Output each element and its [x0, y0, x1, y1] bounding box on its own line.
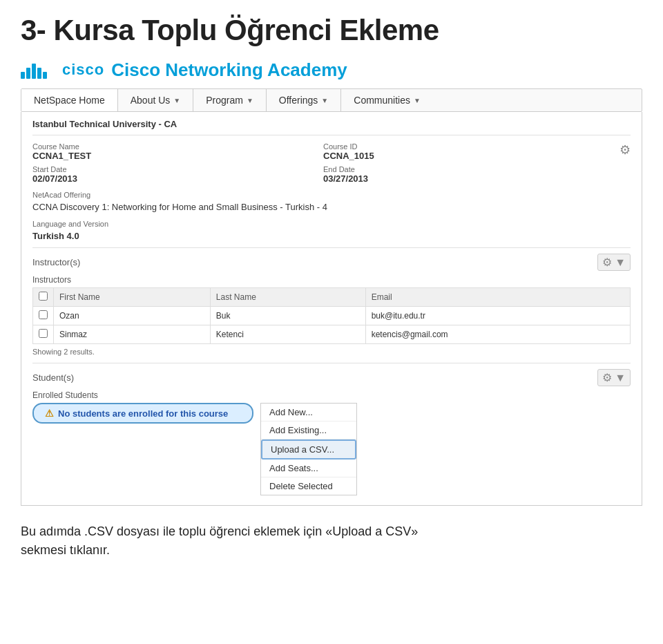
enrolled-area: ⚠ No students are enrolled for this cour…: [32, 403, 631, 495]
row-lastname: Buk: [210, 307, 365, 325]
no-students-message: ⚠ No students are enrolled for this cour…: [32, 403, 253, 424]
svg-rect-2: [32, 64, 36, 79]
nav-bar: NetSpace Home About Us ▼ Program ▼ Offer…: [21, 88, 642, 112]
instructors-sub-label: Instructors: [32, 275, 631, 285]
nav-item-netspace[interactable]: NetSpace Home: [21, 89, 118, 111]
chevron-down-icon: ▼: [173, 97, 180, 104]
footer-line1: Bu adımda .CSV dosyası ile toplu öğrenci…: [21, 524, 418, 538]
enrolled-label: Enrolled Students: [32, 390, 631, 400]
action-menu: Add New...Add Existing...Upload a CSV...…: [260, 403, 357, 495]
nav-item-program[interactable]: Program ▼: [193, 89, 267, 111]
showing-results: Showing 2 results.: [32, 348, 631, 356]
instructors-section-title: Instructor(s): [32, 257, 80, 267]
nav-item-aboutus[interactable]: About Us ▼: [118, 89, 194, 111]
nav-item-offerings[interactable]: Offerings ▼: [267, 89, 341, 111]
start-date-label: Start Date: [32, 165, 319, 173]
institution-name: Istanbul Technical University - CA: [32, 119, 631, 135]
nav-label-aboutus: About Us: [131, 95, 171, 106]
course-id-block: Course ID CCNA_1015: [323, 142, 610, 161]
start-date-block: Start Date 02/07/2013: [32, 165, 319, 184]
row-checkbox-cell: [33, 307, 54, 325]
svg-rect-1: [26, 68, 30, 79]
instructors-section: Instructor(s) ⚙ ▼ Instructors First Name…: [32, 254, 631, 356]
chevron-down-icon: ▼: [247, 97, 253, 104]
row-email: buk@itu.edu.tr: [365, 307, 630, 325]
footer-text: Bu adımda .CSV dosyası ile toplu öğrenci…: [21, 522, 642, 560]
action-menu-item[interactable]: Add Seats...: [261, 460, 356, 477]
end-date-value: 03/27/2013: [323, 173, 610, 184]
svg-rect-3: [37, 68, 41, 79]
nav-item-communities[interactable]: Communities ▼: [341, 89, 433, 111]
table-row: Sinmaz Ketenci ketencis@gmail.com: [33, 325, 631, 344]
svg-rect-4: [43, 72, 47, 79]
row-firstname: Ozan: [54, 307, 211, 325]
instructors-gear-button[interactable]: ⚙ ▼: [597, 254, 631, 271]
header-lastname: Last Name: [210, 288, 365, 307]
offering-block: NetAcad Offering CCNA Discovery 1: Netwo…: [32, 188, 631, 213]
cisco-logo-icon: [21, 58, 58, 82]
course-name-value: CCNA1_TEST: [32, 151, 319, 161]
select-all-checkbox[interactable]: [39, 292, 48, 301]
instructors-table: First Name Last Name Email Ozan Buk buk@…: [32, 287, 631, 344]
gear-icon[interactable]: ⚙: [619, 142, 631, 158]
action-menu-item[interactable]: Upload a CSV...: [261, 439, 356, 460]
content-area: Istanbul Technical University - CA ⚙ Cou…: [21, 112, 642, 506]
students-section-header: Student(s) ⚙ ▼: [32, 369, 631, 386]
nav-label-communities: Communities: [354, 95, 410, 106]
course-name-block: Course Name CCNA1_TEST: [32, 142, 319, 161]
nav-label-program: Program: [206, 95, 243, 106]
offering-value: CCNA Discovery 1: Networking for Home an…: [32, 202, 327, 212]
course-id-value: CCNA_1015: [323, 151, 610, 161]
end-date-label: End Date: [323, 165, 610, 173]
separator: [32, 247, 631, 248]
header-firstname: First Name: [54, 288, 211, 307]
row-lastname: Ketenci: [210, 325, 365, 344]
cisco-logo: cisco: [21, 58, 104, 82]
separator-2: [32, 363, 631, 363]
row-firstname: Sinmaz: [54, 325, 211, 344]
chevron-down-icon: ▼: [414, 97, 421, 104]
instructors-section-header: Instructor(s) ⚙ ▼: [32, 254, 631, 271]
chevron-down-icon: ▼: [321, 97, 328, 104]
cisco-text: cisco: [62, 61, 104, 79]
lang-label: Language and Version: [32, 220, 108, 228]
students-gear-button[interactable]: ⚙ ▼: [597, 369, 631, 386]
start-date-value: 02/07/2013: [32, 173, 319, 184]
action-menu-item[interactable]: Delete Selected: [261, 477, 356, 495]
action-menu-item[interactable]: Add New...: [261, 404, 356, 422]
academy-title: Cisco Networking Academy: [111, 59, 347, 81]
lang-block: Language and Version Turkish 4.0: [32, 217, 631, 242]
course-info-section: ⚙ Course Name CCNA1_TEST Course ID CCNA_…: [32, 142, 631, 242]
students-section: Student(s) ⚙ ▼ Enrolled Students ⚠ No st…: [32, 369, 631, 495]
header-email: Email: [365, 288, 630, 307]
page-title: 3- Kursa Toplu Öğrenci Ekleme: [21, 14, 642, 47]
course-name-label: Course Name: [32, 142, 319, 151]
warning-icon: ⚠: [45, 408, 54, 419]
header-checkbox-cell: [33, 288, 54, 307]
students-section-title: Student(s): [32, 372, 74, 383]
row-checkbox-cell: [33, 325, 54, 344]
action-menu-item[interactable]: Add Existing...: [261, 422, 356, 439]
nav-label-offerings: Offerings: [279, 95, 318, 106]
table-header-row: First Name Last Name Email: [33, 288, 631, 307]
row-email: ketencis@gmail.com: [365, 325, 630, 344]
footer-line2: sekmesi tıklanır.: [21, 543, 110, 557]
row-checkbox[interactable]: [39, 310, 48, 319]
no-students-text: No students are enrolled for this course: [58, 408, 228, 419]
lang-value: Turkish 4.0: [32, 231, 79, 241]
end-date-block: End Date 03/27/2013: [323, 165, 610, 184]
logo-bar: cisco Cisco Networking Academy: [21, 58, 642, 82]
svg-rect-0: [21, 72, 25, 79]
nav-label-netspace: NetSpace Home: [34, 95, 105, 106]
course-id-label: Course ID: [323, 142, 610, 151]
row-checkbox[interactable]: [39, 329, 48, 338]
offering-label: NetAcad Offering: [32, 191, 90, 199]
table-row: Ozan Buk buk@itu.edu.tr: [33, 307, 631, 325]
